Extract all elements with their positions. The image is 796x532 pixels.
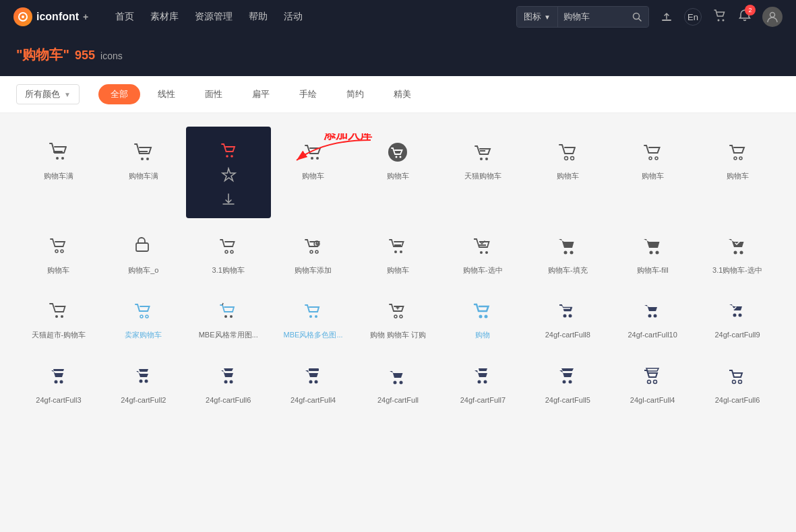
icon-item-tmall-cart[interactable]: 天猫购物车 bbox=[440, 127, 525, 218]
icon-label: MBE风格常用图... bbox=[199, 330, 258, 339]
icon-row4-8[interactable]: 24gl-cartFull4 bbox=[610, 351, 695, 413]
header-right: 图标 ▼ En bbox=[516, 6, 783, 28]
svg-point-17 bbox=[311, 157, 313, 160]
icon-row3-6[interactable]: 购物 bbox=[440, 286, 525, 347]
filter-linear[interactable]: 线性 bbox=[146, 84, 187, 104]
svg-point-67 bbox=[59, 380, 63, 383]
icon-row3-7[interactable]: 24gf-cartFull8 bbox=[525, 286, 610, 347]
icon-row2-7[interactable]: 购物车-填充 bbox=[525, 221, 610, 283]
svg-point-83 bbox=[733, 380, 736, 383]
icon-row3-3[interactable]: MBE风格常用图... bbox=[186, 286, 271, 347]
icon-label: 购物车 bbox=[302, 171, 324, 180]
icon-row4-6[interactable]: 24gf-cartFull7 bbox=[440, 351, 525, 413]
svg-point-51 bbox=[146, 315, 148, 318]
icon-label: 购物车-填充 bbox=[548, 265, 588, 275]
upload-button[interactable] bbox=[660, 10, 673, 24]
svg-point-62 bbox=[648, 314, 652, 318]
nav-materials[interactable]: 素材库 bbox=[150, 11, 179, 23]
icon-item-active[interactable] bbox=[186, 127, 271, 218]
result-label: icons bbox=[100, 51, 123, 61]
svg-point-19 bbox=[388, 143, 407, 162]
color-filter-dropdown[interactable]: 所有颜色 ▼ bbox=[16, 84, 80, 104]
nav-home[interactable]: 首页 bbox=[115, 11, 134, 23]
icon-item-cart-7[interactable]: 购物车 bbox=[525, 127, 610, 218]
svg-point-23 bbox=[485, 158, 488, 160]
icon-row2-4[interactable]: 购物车添加 bbox=[271, 221, 356, 283]
icon-label: 24gf-cartFull9 bbox=[714, 330, 760, 339]
icon-grid-row2: 购物车 购物车_o 3.1购物车 bbox=[16, 221, 780, 283]
search-type-button[interactable]: 图标 ▼ bbox=[517, 7, 558, 27]
icon-row2-9[interactable]: 3.1购物车-选中 bbox=[695, 221, 780, 283]
icon-item-cart-9[interactable]: 购物车 bbox=[695, 127, 780, 218]
main-nav: 首页 素材库 资源管理 帮助 活动 bbox=[115, 11, 303, 23]
svg-point-36 bbox=[315, 251, 318, 253]
icon-row4-3[interactable]: 24gf-cartFull6 bbox=[186, 351, 271, 413]
icon-row3-8[interactable]: 24gf-cartFull10 bbox=[610, 286, 695, 347]
icon-row4-7[interactable]: 24gf-cartFull5 bbox=[525, 351, 610, 413]
icon-label: 购物车 bbox=[727, 171, 749, 180]
nav-activity[interactable]: 活动 bbox=[284, 11, 303, 23]
svg-line-3 bbox=[639, 19, 642, 22]
filter-simple[interactable]: 简约 bbox=[334, 84, 376, 104]
filter-hand[interactable]: 手绘 bbox=[287, 84, 329, 104]
notification-button[interactable]: 2 bbox=[738, 9, 752, 26]
download-icon[interactable] bbox=[218, 189, 239, 210]
svg-point-41 bbox=[485, 251, 488, 254]
svg-point-1 bbox=[22, 15, 24, 18]
star-icon[interactable] bbox=[218, 164, 239, 186]
nav-help[interactable]: 帮助 bbox=[249, 11, 268, 23]
svg-point-55 bbox=[315, 315, 317, 318]
icon-label: 3.1购物车-选中 bbox=[712, 265, 762, 275]
svg-point-21 bbox=[400, 156, 402, 158]
svg-point-76 bbox=[400, 380, 403, 384]
icon-row2-1[interactable]: 购物车 bbox=[16, 221, 101, 283]
icon-label: 购物 bbox=[475, 330, 490, 339]
svg-point-10 bbox=[56, 157, 59, 160]
icon-label: 24gf-cartFull4 bbox=[290, 395, 336, 405]
add-to-library-icon[interactable] bbox=[218, 140, 239, 162]
icon-row3-2[interactable]: 卖家购物车 bbox=[101, 286, 186, 347]
user-avatar[interactable] bbox=[762, 7, 783, 27]
icon-row2-8[interactable]: 购物车-fill bbox=[610, 221, 695, 283]
icon-row4-4[interactable]: 24gf-cartFull4 bbox=[271, 351, 356, 413]
svg-point-82 bbox=[654, 380, 657, 383]
icon-row2-2[interactable]: 购物车_o bbox=[101, 221, 186, 283]
nav-resources[interactable]: 资源管理 bbox=[195, 11, 233, 23]
filter-fine[interactable]: 精美 bbox=[381, 84, 423, 104]
icon-row4-2[interactable]: 24gf-cartFull2 bbox=[101, 351, 186, 413]
icon-item-cart-circle[interactable]: 购物车 bbox=[356, 127, 441, 218]
filter-all[interactable]: 全部 bbox=[98, 84, 140, 104]
icon-row2-6[interactable]: 购物车-选中 bbox=[440, 221, 525, 283]
notification-badge: 2 bbox=[745, 5, 756, 15]
icon-row4-9[interactable]: 24gl-cartFull6 bbox=[695, 351, 780, 413]
icon-row3-9[interactable]: 24gf-cartFull9 bbox=[695, 286, 780, 347]
svg-point-18 bbox=[316, 157, 319, 160]
search-button[interactable] bbox=[625, 7, 648, 27]
icon-label: 24gf-cartFull8 bbox=[545, 330, 590, 339]
icon-row3-4[interactable]: MBE风格多色图... bbox=[271, 286, 356, 347]
icon-row2-5[interactable]: 购物车 bbox=[356, 221, 441, 283]
icon-label: 购物 购物车 订购 bbox=[370, 330, 426, 339]
icon-item-cart-full-1[interactable]: 购物车满 bbox=[16, 127, 101, 218]
tmall-cart-icon bbox=[470, 140, 495, 164]
icon-row4-1[interactable]: 24gf-cartFull3 bbox=[16, 351, 101, 413]
filter-flat[interactable]: 扁平 bbox=[240, 84, 282, 104]
search-input[interactable] bbox=[558, 7, 625, 27]
icon-row3-5[interactable]: 购物 购物车 订购 bbox=[356, 286, 441, 347]
icon-item-cart-8[interactable]: 购物车 bbox=[610, 127, 695, 218]
language-button[interactable]: En bbox=[684, 8, 702, 26]
filter-solid[interactable]: 面性 bbox=[193, 84, 235, 104]
svg-rect-12 bbox=[53, 151, 63, 153]
svg-point-64 bbox=[733, 314, 737, 317]
svg-rect-4 bbox=[662, 20, 671, 21]
svg-point-27 bbox=[655, 157, 658, 160]
logo[interactable]: iconfont + bbox=[13, 7, 88, 26]
svg-point-34 bbox=[231, 251, 233, 253]
icon-item-cart-full-2[interactable]: 购物车满 bbox=[101, 127, 186, 218]
icon-row2-3[interactable]: 3.1购物车 bbox=[186, 221, 271, 283]
icon-item-cart-3[interactable]: 购物车 bbox=[271, 127, 356, 218]
icon-row3-1[interactable]: 天猫超市-购物车 bbox=[16, 286, 101, 347]
icon-row4-5[interactable]: 24gf-cartFull bbox=[356, 351, 441, 413]
cart-button[interactable] bbox=[712, 8, 727, 26]
svg-point-35 bbox=[310, 251, 313, 253]
